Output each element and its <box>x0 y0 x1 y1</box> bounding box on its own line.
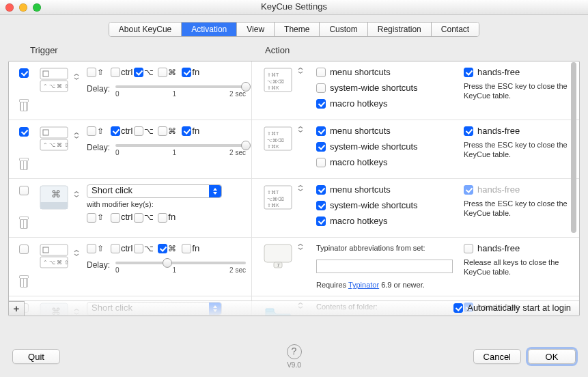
delete-row-button[interactable] <box>18 217 29 229</box>
row3-trig-option-checkbox[interactable] <box>134 244 143 253</box>
row2-trig-fn-checkbox[interactable] <box>158 213 167 223</box>
help-icon[interactable]: ? <box>287 344 302 359</box>
handsfree-desc: Press the ESC key to close the KeyCue ta… <box>464 81 572 101</box>
tick-1: 1 <box>173 148 177 157</box>
trigger-stepper[interactable] <box>72 132 81 145</box>
row0-system-checkbox[interactable] <box>316 83 326 93</box>
row3-delay-slider[interactable] <box>115 262 246 264</box>
row1-delay-slider[interactable] <box>115 144 246 147</box>
row2-handsfree-checkbox[interactable] <box>464 185 473 195</box>
tab-custom[interactable]: Custom <box>320 23 367 36</box>
shift-icon: ⇧ <box>97 126 109 137</box>
row2-trigger-mode-dropdown[interactable]: Short click <box>87 184 222 198</box>
row1-trig-shift-checkbox[interactable] <box>87 126 96 136</box>
slider-thumb[interactable] <box>163 258 172 268</box>
handsfree-label: hands-free <box>477 126 520 137</box>
row0-delay-slider[interactable] <box>115 85 246 88</box>
row2-trig-shift-checkbox[interactable] <box>87 213 96 223</box>
row0-trig-fn-checkbox[interactable] <box>182 68 191 77</box>
row1-trig-fn-checkbox[interactable] <box>182 126 191 136</box>
panel-footer-overlay: Automatically start at login <box>9 301 579 316</box>
action-keycue-icon <box>263 67 293 93</box>
row3-trig-shift-checkbox[interactable] <box>87 244 96 253</box>
minimize-icon[interactable] <box>19 3 27 12</box>
trigger-modifier-icon <box>39 126 69 152</box>
slider-thumb[interactable] <box>241 141 251 150</box>
row2-trig-option-checkbox[interactable] <box>134 213 143 223</box>
action-stepper[interactable] <box>296 243 305 257</box>
option-icon: ⌥ <box>144 126 156 137</box>
trigger-stepper[interactable] <box>72 249 81 263</box>
tab-theme[interactable]: Theme <box>275 23 320 36</box>
menu-shortcuts-label: menu shortcuts <box>330 184 391 196</box>
ok-button[interactable]: OK <box>528 349 576 364</box>
row2-menu-checkbox[interactable] <box>316 185 326 195</box>
row3-handsfree: hands-free <box>464 243 572 255</box>
handsfree-desc: Press the ESC key to close the KeyCue ta… <box>464 199 572 219</box>
row0-trig-command-checkbox[interactable] <box>158 68 167 77</box>
row1-trig-option-checkbox[interactable] <box>134 126 143 136</box>
cancel-button[interactable]: Cancel <box>473 349 521 364</box>
fn-label: fn <box>192 126 199 137</box>
row0-handsfree-checkbox[interactable] <box>464 68 473 77</box>
tick-0: 0 <box>115 148 120 157</box>
row1-handsfree-checkbox[interactable] <box>464 126 473 136</box>
window-title: KeyCue Settings <box>0 1 588 13</box>
row1-trig-ctrl-checkbox[interactable] <box>111 126 120 136</box>
ctrl-label: ctrl <box>121 243 132 255</box>
close-icon[interactable] <box>5 3 14 12</box>
action-stepper[interactable] <box>296 67 305 81</box>
tab-registration[interactable]: Registration <box>368 23 432 36</box>
macro-hotkeys-label: macro hotkeys <box>330 157 388 169</box>
row0-enabled-checkbox[interactable] <box>19 68 29 78</box>
delete-row-button[interactable] <box>18 275 29 288</box>
row1-system-checkbox[interactable] <box>316 142 326 152</box>
row0-trig-option-checkbox[interactable] <box>134 68 143 77</box>
action-stepper[interactable] <box>296 126 305 139</box>
typinator-link[interactable]: Typinator <box>348 281 379 289</box>
action-stepper[interactable] <box>296 184 305 198</box>
row2-system-checkbox[interactable] <box>316 201 326 210</box>
add-row-button[interactable]: + <box>8 301 25 316</box>
trigger-modifier-icon <box>39 243 69 269</box>
tick-1: 1 <box>173 266 177 275</box>
row1-trig-command-checkbox[interactable] <box>158 126 167 136</box>
window-controls <box>5 3 41 12</box>
row1-macro-checkbox[interactable] <box>316 158 326 167</box>
scrollbar[interactable] <box>569 62 578 300</box>
autostart-checkbox[interactable] <box>453 303 463 313</box>
tab-contact[interactable]: Contact <box>432 23 479 36</box>
row0-macro-checkbox[interactable] <box>316 99 326 109</box>
trigger-stepper[interactable] <box>72 191 81 204</box>
tab-activation[interactable]: Activation <box>182 23 237 36</box>
row1-enabled-checkbox[interactable] <box>19 127 29 137</box>
tab-view[interactable]: View <box>237 23 275 36</box>
quit-button[interactable]: Quit <box>12 349 60 364</box>
scroll-thumb[interactable] <box>571 62 576 234</box>
row3-trig-fn-checkbox[interactable] <box>182 244 191 253</box>
slider-thumb[interactable] <box>241 82 251 92</box>
row3-trig-command-checkbox[interactable] <box>158 244 167 253</box>
typinator-set-field[interactable] <box>316 260 453 273</box>
row0-trig-shift-checkbox[interactable] <box>87 68 96 77</box>
row0-menu-checkbox[interactable] <box>316 68 326 77</box>
row2-trigger-mode-dropdown-value: Short click <box>92 185 132 197</box>
row1-menu-checkbox[interactable] <box>316 126 326 136</box>
row0-trig-ctrl-checkbox[interactable] <box>111 68 120 77</box>
delete-row-button[interactable] <box>18 158 29 170</box>
dropdown-toggle-icon[interactable] <box>209 185 221 197</box>
row3-handsfree-checkbox[interactable] <box>464 244 473 253</box>
row2-enabled-checkbox[interactable] <box>19 186 29 195</box>
row3-enabled-checkbox[interactable] <box>19 245 29 254</box>
row2-macro-checkbox[interactable] <box>316 217 326 226</box>
row3-trig-ctrl-checkbox[interactable] <box>111 244 120 253</box>
section-headers: Trigger Action <box>8 45 580 61</box>
ctrl-label: ctrl <box>121 212 132 223</box>
action-cell: menu shortcuts system-wide shortcuts mac… <box>252 179 579 237</box>
delete-row-button[interactable] <box>18 99 29 111</box>
trigger-stepper[interactable] <box>72 73 81 87</box>
row2-trig-ctrl-checkbox[interactable] <box>111 213 120 223</box>
zoom-icon[interactable] <box>33 3 41 12</box>
row2-trig-modifier-strip: ⇧ctrl⌥fn <box>87 212 246 223</box>
tab-about-keycue[interactable]: About KeyCue <box>109 23 182 36</box>
